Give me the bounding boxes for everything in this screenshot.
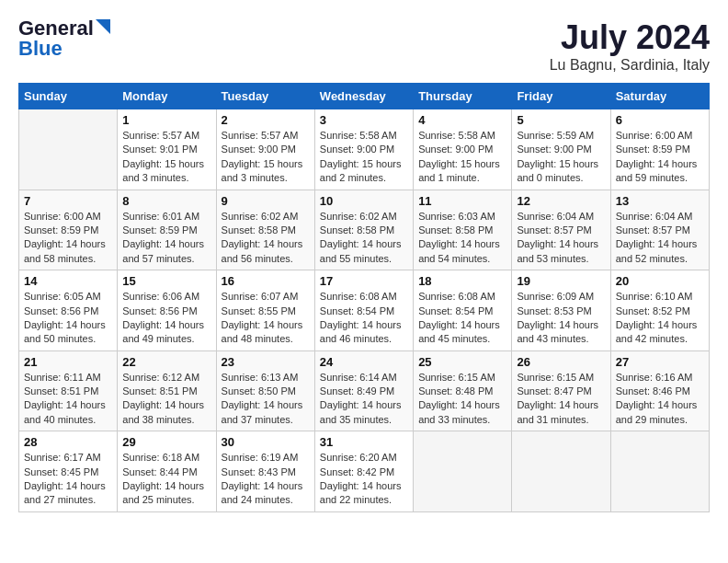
day-number: 12 — [517, 194, 605, 208]
day-info: Sunrise: 6:18 AM Sunset: 8:44 PM Dayligh… — [122, 451, 210, 508]
day-info: Sunrise: 6:12 AM Sunset: 8:51 PM Dayligh… — [122, 371, 210, 428]
day-info: Sunrise: 6:13 AM Sunset: 8:50 PM Dayligh… — [222, 371, 310, 428]
header-day-sunday: Sunday — [19, 84, 118, 109]
day-number: 20 — [616, 274, 704, 288]
svg-marker-0 — [96, 19, 110, 34]
header-day-tuesday: Tuesday — [216, 84, 314, 109]
header-row: SundayMondayTuesdayWednesdayThursdayFrid… — [19, 84, 710, 109]
day-cell: 25Sunrise: 6:15 AM Sunset: 8:48 PM Dayli… — [414, 350, 512, 431]
day-cell: 20Sunrise: 6:10 AM Sunset: 8:52 PM Dayli… — [610, 270, 709, 351]
day-cell: 3Sunrise: 5:58 AM Sunset: 9:00 PM Daylig… — [314, 109, 413, 190]
day-number: 3 — [320, 113, 408, 127]
day-info: Sunrise: 6:08 AM Sunset: 8:54 PM Dayligh… — [418, 290, 506, 347]
day-info: Sunrise: 6:00 AM Sunset: 8:59 PM Dayligh… — [24, 210, 112, 267]
day-number: 25 — [418, 355, 506, 369]
page-header: General Blue July 2024 Lu Bagnu, Sardini… — [18, 18, 710, 74]
day-cell: 17Sunrise: 6:08 AM Sunset: 8:54 PM Dayli… — [314, 270, 413, 351]
day-number: 21 — [24, 355, 112, 369]
day-info: Sunrise: 6:03 AM Sunset: 8:58 PM Dayligh… — [418, 210, 506, 267]
day-cell: 15Sunrise: 6:06 AM Sunset: 8:56 PM Dayli… — [118, 270, 216, 351]
day-number: 11 — [418, 194, 506, 208]
day-info: Sunrise: 6:04 AM Sunset: 8:57 PM Dayligh… — [517, 210, 605, 267]
header-day-friday: Friday — [512, 84, 610, 109]
day-number: 2 — [222, 113, 310, 127]
day-info: Sunrise: 6:11 AM Sunset: 8:51 PM Dayligh… — [24, 371, 112, 428]
day-number: 4 — [418, 113, 506, 127]
day-number: 24 — [320, 355, 408, 369]
day-cell: 18Sunrise: 6:08 AM Sunset: 8:54 PM Dayli… — [414, 270, 512, 351]
day-number: 16 — [222, 274, 310, 288]
day-cell: 12Sunrise: 6:04 AM Sunset: 8:57 PM Dayli… — [512, 190, 610, 270]
day-number: 6 — [616, 113, 704, 127]
day-info: Sunrise: 6:01 AM Sunset: 8:59 PM Dayligh… — [122, 210, 210, 267]
day-cell: 4Sunrise: 5:58 AM Sunset: 9:00 PM Daylig… — [414, 109, 512, 190]
header-day-monday: Monday — [118, 84, 216, 109]
day-cell — [512, 431, 610, 512]
day-number: 9 — [222, 194, 310, 208]
day-number: 7 — [24, 194, 112, 208]
day-cell: 13Sunrise: 6:04 AM Sunset: 8:57 PM Dayli… — [610, 190, 709, 270]
day-info: Sunrise: 6:09 AM Sunset: 8:53 PM Dayligh… — [517, 290, 605, 347]
day-info: Sunrise: 6:05 AM Sunset: 8:56 PM Dayligh… — [24, 290, 112, 347]
day-cell — [19, 109, 118, 190]
day-info: Sunrise: 6:10 AM Sunset: 8:52 PM Dayligh… — [616, 290, 704, 347]
logo-icon — [96, 19, 110, 34]
day-cell: 27Sunrise: 6:16 AM Sunset: 8:46 PM Dayli… — [610, 350, 709, 431]
day-cell: 14Sunrise: 6:05 AM Sunset: 8:56 PM Dayli… — [19, 270, 118, 351]
day-number: 30 — [222, 435, 310, 449]
day-info: Sunrise: 6:08 AM Sunset: 8:54 PM Dayligh… — [320, 290, 408, 347]
day-info: Sunrise: 5:58 AM Sunset: 9:00 PM Dayligh… — [320, 129, 408, 186]
day-cell: 1Sunrise: 5:57 AM Sunset: 9:01 PM Daylig… — [118, 109, 216, 190]
day-cell: 11Sunrise: 6:03 AM Sunset: 8:58 PM Dayli… — [414, 190, 512, 270]
day-info: Sunrise: 6:15 AM Sunset: 8:47 PM Dayligh… — [517, 371, 605, 428]
day-cell: 9Sunrise: 6:02 AM Sunset: 8:58 PM Daylig… — [216, 190, 314, 270]
day-cell: 16Sunrise: 6:07 AM Sunset: 8:55 PM Dayli… — [216, 270, 314, 351]
header-day-saturday: Saturday — [610, 84, 709, 109]
day-number: 29 — [122, 435, 210, 449]
calendar-body: 1Sunrise: 5:57 AM Sunset: 9:01 PM Daylig… — [19, 109, 710, 512]
day-info: Sunrise: 6:17 AM Sunset: 8:45 PM Dayligh… — [24, 451, 112, 508]
day-info: Sunrise: 6:15 AM Sunset: 8:48 PM Dayligh… — [418, 371, 506, 428]
day-cell: 6Sunrise: 6:00 AM Sunset: 8:59 PM Daylig… — [610, 109, 709, 190]
week-row-2: 7Sunrise: 6:00 AM Sunset: 8:59 PM Daylig… — [19, 190, 710, 270]
day-info: Sunrise: 5:58 AM Sunset: 9:00 PM Dayligh… — [418, 129, 506, 186]
day-info: Sunrise: 6:00 AM Sunset: 8:59 PM Dayligh… — [616, 129, 704, 186]
day-number: 10 — [320, 194, 408, 208]
day-info: Sunrise: 6:02 AM Sunset: 8:58 PM Dayligh… — [222, 210, 310, 267]
day-cell: 28Sunrise: 6:17 AM Sunset: 8:45 PM Dayli… — [19, 431, 118, 512]
day-cell: 26Sunrise: 6:15 AM Sunset: 8:47 PM Dayli… — [512, 350, 610, 431]
day-cell: 29Sunrise: 6:18 AM Sunset: 8:44 PM Dayli… — [118, 431, 216, 512]
day-info: Sunrise: 6:19 AM Sunset: 8:43 PM Dayligh… — [222, 451, 310, 508]
week-row-5: 28Sunrise: 6:17 AM Sunset: 8:45 PM Dayli… — [19, 431, 710, 512]
logo: General Blue — [18, 18, 110, 59]
logo-general-text: General — [18, 18, 94, 39]
calendar-header: SundayMondayTuesdayWednesdayThursdayFrid… — [19, 84, 710, 109]
day-number: 13 — [616, 194, 704, 208]
day-info: Sunrise: 5:59 AM Sunset: 9:00 PM Dayligh… — [517, 129, 605, 186]
day-cell: 24Sunrise: 6:14 AM Sunset: 8:49 PM Dayli… — [314, 350, 413, 431]
day-number: 27 — [616, 355, 704, 369]
day-number: 19 — [517, 274, 605, 288]
day-cell: 22Sunrise: 6:12 AM Sunset: 8:51 PM Dayli… — [118, 350, 216, 431]
day-cell: 30Sunrise: 6:19 AM Sunset: 8:43 PM Dayli… — [216, 431, 314, 512]
day-info: Sunrise: 6:16 AM Sunset: 8:46 PM Dayligh… — [616, 371, 704, 428]
day-info: Sunrise: 6:02 AM Sunset: 8:58 PM Dayligh… — [320, 210, 408, 267]
day-number: 1 — [122, 113, 210, 127]
day-number: 23 — [222, 355, 310, 369]
day-number: 26 — [517, 355, 605, 369]
month-title: July 2024 — [550, 18, 710, 57]
day-cell: 23Sunrise: 6:13 AM Sunset: 8:50 PM Dayli… — [216, 350, 314, 431]
day-info: Sunrise: 6:07 AM Sunset: 8:55 PM Dayligh… — [222, 290, 310, 347]
day-cell: 21Sunrise: 6:11 AM Sunset: 8:51 PM Dayli… — [19, 350, 118, 431]
day-info: Sunrise: 5:57 AM Sunset: 9:00 PM Dayligh… — [222, 129, 310, 186]
week-row-1: 1Sunrise: 5:57 AM Sunset: 9:01 PM Daylig… — [19, 109, 710, 190]
day-info: Sunrise: 6:14 AM Sunset: 8:49 PM Dayligh… — [320, 371, 408, 428]
day-cell — [414, 431, 512, 512]
day-cell: 2Sunrise: 5:57 AM Sunset: 9:00 PM Daylig… — [216, 109, 314, 190]
day-number: 14 — [24, 274, 112, 288]
location-text: Lu Bagnu, Sardinia, Italy — [550, 57, 710, 74]
day-number: 8 — [122, 194, 210, 208]
week-row-3: 14Sunrise: 6:05 AM Sunset: 8:56 PM Dayli… — [19, 270, 710, 351]
day-cell: 19Sunrise: 6:09 AM Sunset: 8:53 PM Dayli… — [512, 270, 610, 351]
day-number: 17 — [320, 274, 408, 288]
